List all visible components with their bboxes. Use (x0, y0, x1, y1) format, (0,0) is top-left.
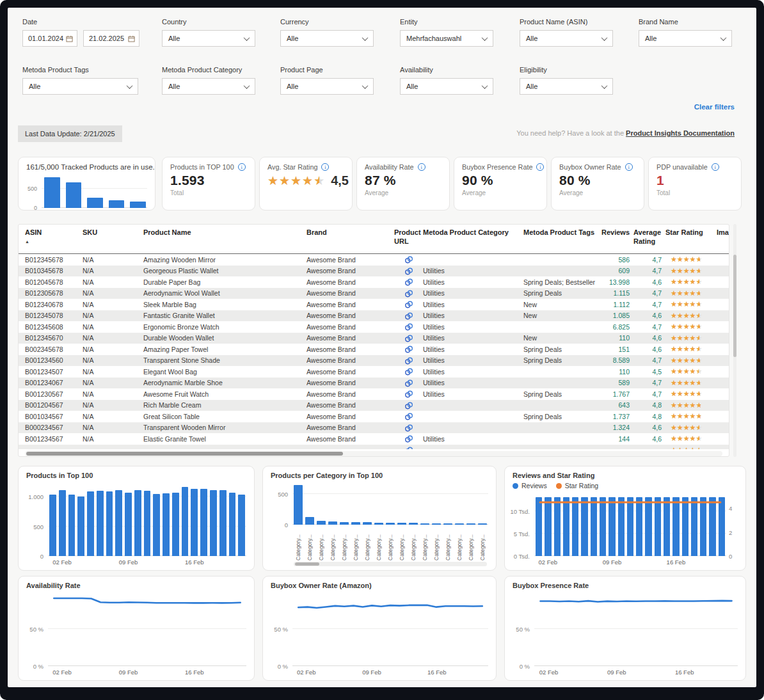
product-link-icon[interactable] (404, 278, 413, 286)
bar[interactable] (340, 522, 349, 525)
bar[interactable] (420, 523, 429, 525)
bar[interactable] (44, 177, 60, 208)
column-header-tags[interactable]: Metoda Product Tags (523, 228, 600, 237)
bar[interactable] (106, 491, 113, 556)
bar[interactable] (305, 517, 314, 525)
filter-dropdown[interactable]: Alle (22, 78, 138, 95)
bar[interactable] (238, 495, 245, 557)
product-link-icon[interactable] (404, 413, 413, 420)
product-link-icon[interactable] (404, 301, 413, 308)
product-link-icon[interactable] (404, 357, 413, 365)
table-row[interactable]: ★★★★★★★★★★ (19, 445, 729, 450)
product-link-icon[interactable] (404, 290, 413, 298)
table-row[interactable]: B012340678 N/A Sleek Marble Bag Awesome … (19, 299, 729, 310)
bar[interactable] (455, 523, 464, 525)
bar[interactable] (115, 490, 122, 556)
bar[interactable] (466, 523, 475, 525)
product-link-icon[interactable] (404, 390, 413, 398)
bar[interactable] (87, 198, 103, 208)
table-row[interactable]: B012345678 N/A Amazing Wooden Mirror Awe… (19, 254, 729, 266)
table-row[interactable]: B012345608 N/A Ergonomic Bronze Watch Aw… (19, 321, 729, 333)
column-header-product-url[interactable]: Product URL (394, 228, 423, 246)
bar[interactable] (219, 490, 227, 556)
bar[interactable] (172, 493, 179, 556)
info-icon[interactable]: i (418, 163, 426, 171)
product-link-icon[interactable] (404, 267, 413, 275)
filter-dropdown[interactable]: Alle (520, 30, 613, 47)
bar[interactable] (386, 523, 395, 525)
clear-filters-link[interactable]: Clear filters (694, 103, 735, 111)
date-to-input[interactable]: 21.02.2025 (83, 30, 139, 47)
filter-dropdown[interactable]: Alle (162, 30, 255, 47)
table-row[interactable]: B002345678 N/A Amazing Paper Towel Aweso… (19, 344, 729, 355)
column-header-average-rating[interactable]: Average Rating (633, 228, 665, 246)
column-header-brand[interactable]: Brand (306, 228, 394, 237)
bar[interactable] (125, 493, 132, 556)
bar[interactable] (153, 494, 160, 556)
table-row[interactable]: B012345670 N/A Durable Wooden Wallet Awe… (19, 333, 729, 344)
documentation-link[interactable]: Product Insights Documentation (626, 129, 735, 137)
product-link-icon[interactable] (404, 312, 413, 320)
calendar-icon[interactable] (66, 35, 73, 42)
bar[interactable] (191, 489, 198, 556)
product-link-icon[interactable] (404, 323, 413, 331)
table-row[interactable]: B001204567 N/A Rich Marble Cream Awesome… (19, 400, 729, 411)
bar[interactable] (97, 491, 104, 556)
bar[interactable] (409, 523, 418, 525)
product-link-icon[interactable] (404, 379, 413, 387)
calendar-icon[interactable] (128, 35, 135, 42)
bar[interactable] (59, 490, 66, 556)
info-icon[interactable]: i (625, 163, 633, 171)
bar[interactable] (397, 523, 406, 525)
table-row[interactable]: B010345678 N/A Georgeous Plastic Wallet … (19, 266, 729, 277)
bar[interactable] (229, 493, 236, 556)
bar[interactable] (374, 523, 383, 525)
table-row[interactable]: B000234567 N/A Transparent Wooden Mirror… (19, 422, 729, 434)
bar[interactable] (49, 495, 56, 557)
filter-dropdown[interactable]: Alle (639, 30, 732, 47)
chart-horizontal-scrollbar[interactable] (294, 562, 487, 566)
table-row[interactable]: B012345078 N/A Fantastic Granite Wallet … (19, 310, 729, 322)
scrollbar-thumb[interactable] (295, 562, 319, 566)
bar[interactable] (66, 182, 82, 208)
column-header-sku[interactable]: SKU (83, 228, 143, 237)
table-row[interactable]: B001034567 N/A Great Silicon Table Aweso… (19, 411, 729, 422)
info-icon[interactable]: i (321, 163, 329, 171)
bar[interactable] (351, 522, 360, 525)
scrollbar-thumb[interactable] (26, 452, 343, 456)
bar[interactable] (134, 490, 141, 556)
filter-dropdown[interactable]: Alle (400, 78, 493, 95)
bar[interactable] (200, 489, 207, 556)
column-header-image[interactable]: Ima (717, 228, 724, 237)
bar[interactable] (294, 485, 303, 525)
bar[interactable] (130, 202, 146, 208)
product-link-icon[interactable] (404, 402, 413, 410)
info-icon[interactable]: i (536, 163, 544, 171)
table-row[interactable]: B001234067 N/A Aerodynamic Marble Shoe A… (19, 378, 729, 389)
filter-dropdown[interactable]: Mehrfachauswahl (400, 30, 493, 47)
bar[interactable] (210, 490, 217, 556)
bar[interactable] (432, 523, 441, 525)
filter-dropdown[interactable]: Alle (280, 30, 374, 47)
legend-item[interactable]: Reviews (513, 482, 547, 489)
product-link-icon[interactable] (404, 447, 413, 449)
product-link-icon[interactable] (404, 368, 413, 376)
legend-item[interactable]: Star Rating (556, 482, 599, 489)
info-icon[interactable]: i (238, 163, 246, 171)
column-header-reviews[interactable]: Reviews (600, 228, 633, 237)
bar[interactable] (478, 523, 487, 525)
table-horizontal-scrollbar[interactable] (25, 451, 722, 456)
table-row[interactable]: B012305678 N/A Aerodynamic Wool Wallet A… (19, 288, 729, 299)
bar[interactable] (144, 491, 151, 556)
filter-dropdown[interactable]: Alle (280, 78, 374, 95)
bar[interactable] (163, 493, 170, 556)
bar[interactable] (443, 523, 452, 525)
bar[interactable] (317, 521, 326, 525)
product-link-icon[interactable] (404, 256, 413, 264)
column-header-category[interactable]: Metoda Product Category (423, 228, 523, 237)
table-row[interactable]: B001234567 N/A Elastic Granite Towel Awe… (19, 433, 729, 445)
bar[interactable] (328, 521, 337, 525)
table-vertical-scrollbar[interactable] (733, 224, 736, 457)
bar[interactable] (87, 491, 94, 556)
table-row[interactable]: B012045678 N/A Durable Paper Bag Awesome… (19, 276, 729, 288)
